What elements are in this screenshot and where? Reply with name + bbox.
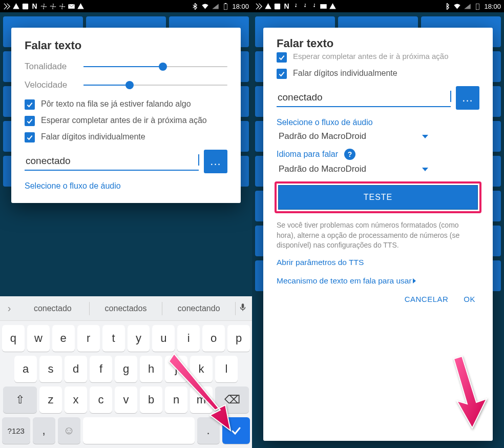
- open-tts-params-link[interactable]: Abrir parâmetros do TTS: [277, 258, 479, 267]
- wait-checkbox[interactable]: [277, 52, 287, 63]
- tts-info-text: Se você tiver problemas com números form…: [277, 220, 479, 251]
- audio-stream-label: Selecione o fluxo de áudio: [277, 118, 479, 127]
- key-s[interactable]: s: [39, 356, 62, 382]
- svg-rect-8: [275, 3, 280, 9]
- dialog-title: Falar texto: [277, 37, 479, 50]
- key-x[interactable]: x: [65, 386, 87, 413]
- key-w[interactable]: w: [27, 325, 50, 352]
- key-m[interactable]: m: [190, 386, 213, 413]
- wifi-icon: [453, 3, 461, 10]
- key-e[interactable]: e: [52, 325, 75, 352]
- tts-engine-link[interactable]: Mecanismo de texto em fala para usar: [277, 276, 479, 286]
- suggestion-bar: › conectado conectados conectando: [0, 296, 252, 321]
- emoji-key[interactable]: ☺: [58, 417, 80, 444]
- key-b[interactable]: b: [140, 386, 162, 413]
- mail-icon: [320, 3, 327, 10]
- chevron-down-icon: [422, 168, 428, 171]
- status-time: 18:00: [484, 3, 501, 10]
- period-key[interactable]: .: [197, 417, 220, 444]
- wait-checkbox[interactable]: [25, 116, 35, 126]
- enter-key[interactable]: [222, 417, 250, 444]
- key-c[interactable]: c: [90, 386, 112, 413]
- key-p[interactable]: p: [227, 325, 250, 352]
- digits-label: Falar dígitos individualmente: [41, 131, 145, 142]
- shift-key[interactable]: ⇧: [3, 386, 37, 413]
- tonality-label: Tonalidade: [25, 62, 83, 72]
- help-icon[interactable]: ?: [344, 149, 355, 160]
- svg-rect-12: [320, 4, 327, 9]
- key-z[interactable]: z: [39, 386, 62, 413]
- mic-icon[interactable]: [236, 302, 250, 314]
- fan-icon: [49, 3, 57, 10]
- backspace-key[interactable]: ⌫: [215, 386, 249, 413]
- key-l[interactable]: l: [215, 356, 238, 382]
- key-t[interactable]: t: [102, 325, 125, 352]
- app-icon: [255, 3, 263, 10]
- key-k[interactable]: k: [190, 356, 213, 382]
- bluetooth-icon: [191, 3, 199, 10]
- key-v[interactable]: v: [115, 386, 137, 413]
- fan-icon: [292, 3, 300, 10]
- text-input[interactable]: conectado: [25, 152, 199, 171]
- status-bar: N 18:00: [0, 0, 252, 12]
- ok-button[interactable]: OK: [464, 295, 475, 303]
- more-button[interactable]: ...: [204, 150, 227, 173]
- svg-rect-5: [224, 4, 227, 9]
- key-o[interactable]: o: [202, 325, 225, 352]
- text-caret: [198, 154, 199, 166]
- key-d[interactable]: d: [65, 356, 87, 382]
- more-button[interactable]: ...: [456, 86, 479, 110]
- key-u[interactable]: u: [152, 325, 175, 352]
- expand-suggestions-icon[interactable]: ›: [2, 302, 16, 314]
- battery-icon: [222, 3, 229, 10]
- svg-point-2: [52, 6, 54, 7]
- chevron-down-icon: [422, 135, 428, 138]
- text-caret: [450, 91, 451, 102]
- speed-slider[interactable]: [83, 85, 227, 86]
- language-select[interactable]: Padrão do MacroDroid: [277, 164, 479, 174]
- svg-point-10: [304, 6, 306, 7]
- key-j[interactable]: j: [165, 356, 187, 382]
- audio-stream-link[interactable]: Selecione o fluxo de áudio: [25, 181, 227, 191]
- key-r[interactable]: r: [77, 325, 100, 352]
- select-value: Padrão do MacroDroid: [279, 131, 366, 141]
- comma-key[interactable]: ,: [33, 417, 55, 444]
- warning-icon: [264, 3, 272, 10]
- key-q[interactable]: q: [2, 325, 25, 352]
- space-key[interactable]: [83, 417, 195, 444]
- suggestion-1[interactable]: conectado: [16, 302, 90, 315]
- wait-label: Esperar completar antes de ir à próxima …: [293, 51, 448, 62]
- key-y[interactable]: y: [128, 325, 150, 352]
- audio-stream-select[interactable]: Padrão do MacroDroid: [277, 131, 479, 141]
- svg-point-1: [43, 6, 45, 7]
- text-input[interactable]: conectado: [277, 89, 451, 107]
- symbols-key[interactable]: ?123: [2, 417, 30, 444]
- status-bar: N 18:00: [252, 0, 504, 12]
- image-icon: [22, 3, 29, 10]
- mail-icon: [68, 3, 75, 10]
- queue-checkbox[interactable]: [25, 99, 35, 110]
- key-h[interactable]: h: [140, 356, 162, 382]
- key-g[interactable]: g: [115, 356, 137, 382]
- tonality-slider[interactable]: [83, 66, 227, 67]
- battery-icon: [474, 3, 481, 10]
- image-icon: [274, 3, 281, 10]
- test-button[interactable]: TESTE: [278, 185, 478, 210]
- digits-checkbox[interactable]: [25, 132, 35, 142]
- svg-rect-13: [476, 4, 479, 9]
- svg-point-9: [295, 6, 297, 7]
- queue-label: Pôr texto na fila se já estiver falando …: [41, 98, 191, 110]
- key-f[interactable]: f: [90, 356, 112, 382]
- key-n[interactable]: n: [165, 386, 187, 413]
- cancel-button[interactable]: CANCELAR: [405, 295, 449, 303]
- digits-checkbox[interactable]: [277, 69, 287, 79]
- key-a[interactable]: a: [14, 356, 37, 382]
- suggestion-3[interactable]: conectando: [162, 302, 236, 315]
- svg-rect-7: [242, 303, 244, 308]
- fan-icon: [40, 3, 48, 10]
- signal-icon: [464, 3, 471, 10]
- speed-slider-row: Velocidade: [25, 80, 227, 90]
- key-i[interactable]: i: [177, 325, 200, 352]
- annotation-highlight: TESTE: [275, 181, 481, 213]
- suggestion-2[interactable]: conectados: [90, 302, 163, 315]
